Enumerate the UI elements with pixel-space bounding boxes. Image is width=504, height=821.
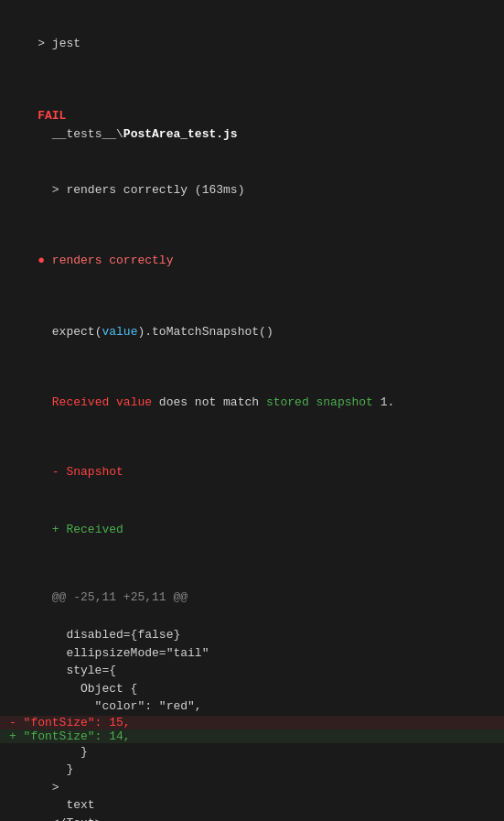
code-line-8: > bbox=[0, 779, 504, 797]
fail-label: FAIL bbox=[38, 109, 66, 123]
diff-removed-line: - "fontSize": 15, bbox=[0, 716, 504, 729]
test-suite-text: renders correctly (163ms) bbox=[66, 183, 244, 197]
renders-correctly-text: renders correctly bbox=[45, 254, 173, 267]
received-label: + Received bbox=[38, 523, 123, 536]
fail-filename-prefix: __tests__\ bbox=[38, 127, 123, 141]
received-red: Received value bbox=[38, 395, 152, 409]
expect-keyword: expect( bbox=[38, 325, 102, 339]
diff-plus-label: + Received bbox=[0, 501, 504, 558]
test-arrow: > bbox=[38, 183, 66, 197]
diff-minus-label: - Snapshot bbox=[0, 444, 504, 502]
value-keyword: value bbox=[102, 325, 137, 339]
received-green: stored snapshot bbox=[259, 395, 373, 409]
code-line-2: ellipsizeMode="tail" bbox=[0, 644, 504, 663]
code-line-7: } bbox=[0, 761, 504, 779]
terminal: > > jestjest FAIL __tests__\PostArea_tes… bbox=[0, 0, 504, 821]
code-line-4: Object { bbox=[0, 680, 504, 698]
received-white: does not match bbox=[152, 395, 259, 409]
jest-label: jest bbox=[52, 37, 80, 50]
bullet-icon: ● bbox=[38, 254, 45, 267]
renders-correctly-header: ● renders correctly bbox=[0, 230, 504, 291]
method-text: ).toMatchSnapshot() bbox=[137, 325, 273, 339]
code-line-5: "color": "red", bbox=[0, 697, 504, 716]
fail-filename: PostArea_test.js bbox=[123, 127, 238, 141]
code-line-3: style={ bbox=[0, 662, 504, 680]
test-suite-line: > renders correctly (163ms) bbox=[0, 162, 504, 220]
fail-line: FAIL __tests__\PostArea_test.js bbox=[0, 89, 504, 162]
code-line-1: disabled={false} bbox=[0, 626, 504, 644]
diff-added-line: + "fontSize": 14, bbox=[0, 729, 504, 743]
diff-header-line: @@ -25,11 +25,11 @@ bbox=[0, 569, 504, 627]
code-line-9: text bbox=[0, 796, 504, 815]
jest-arrow: > bbox=[38, 37, 52, 50]
code-line-10: </Text> bbox=[0, 815, 504, 822]
jest-header: > > jestjest bbox=[0, 9, 504, 78]
expect-line: expect(value).toMatchSnapshot() bbox=[0, 302, 504, 362]
received-end: 1. bbox=[373, 395, 394, 409]
received-line: Received value does not match stored sna… bbox=[0, 372, 504, 433]
code-line-6: } bbox=[0, 743, 504, 762]
snapshot-label: - Snapshot bbox=[38, 465, 123, 479]
diff-range: @@ -25,11 +25,11 @@ bbox=[38, 590, 188, 604]
